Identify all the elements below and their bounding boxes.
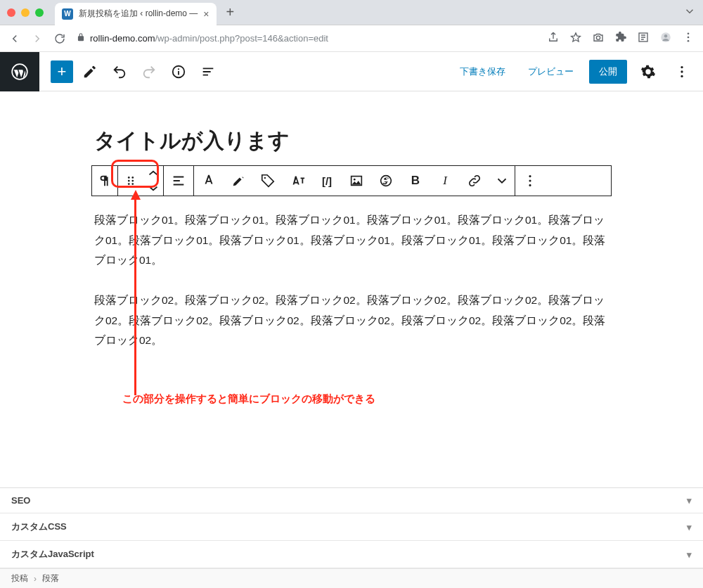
address-bar: rollin-demo.com/wp-admin/post.php?post=1… bbox=[0, 25, 703, 52]
strikethrough-button[interactable] bbox=[371, 166, 401, 196]
metabox-seo[interactable]: SEO ▾ bbox=[0, 488, 703, 513]
breadcrumb-separator-icon: › bbox=[34, 574, 37, 584]
annotation-arrow-line bbox=[134, 198, 136, 395]
browser-chrome: W 新規投稿を追加 ‹ rollin-demo — × + rollin-dem… bbox=[0, 0, 703, 52]
font-size-button[interactable] bbox=[283, 166, 312, 196]
svg-point-22 bbox=[381, 176, 392, 186]
tag-button[interactable] bbox=[253, 166, 283, 196]
svg-point-12 bbox=[681, 75, 683, 77]
extensions-icon[interactable] bbox=[614, 31, 627, 46]
settings-button[interactable] bbox=[636, 59, 661, 84]
breadcrumb-root[interactable]: 投稿 bbox=[11, 573, 28, 584]
undo-button[interactable] bbox=[107, 59, 132, 84]
publish-button[interactable]: 公開 bbox=[589, 60, 627, 84]
tab-add-button[interactable]: + bbox=[226, 4, 235, 20]
metabox-custom-css-label: カスタムCSS bbox=[11, 520, 67, 533]
svg-point-16 bbox=[131, 180, 134, 182]
svg-point-23 bbox=[529, 175, 531, 177]
svg-point-21 bbox=[354, 179, 356, 181]
block-inserter-button[interactable]: + bbox=[51, 60, 73, 83]
save-draft-button[interactable]: 下書き保存 bbox=[453, 61, 512, 82]
paragraph-block-icon[interactable] bbox=[92, 166, 117, 196]
text-color-button[interactable] bbox=[194, 166, 224, 196]
shortcode-button[interactable]: [/] bbox=[312, 166, 342, 196]
preview-button[interactable]: プレビュー bbox=[521, 61, 581, 82]
window-zoom-button[interactable] bbox=[35, 8, 44, 17]
wordpress-logo-button[interactable] bbox=[0, 52, 39, 91]
block-toolbar: [/] B I bbox=[91, 165, 612, 196]
svg-point-10 bbox=[681, 65, 683, 68]
url-host: rollin-demo.com bbox=[90, 33, 155, 44]
browser-tab-active[interactable]: W 新規投稿を追加 ‹ rollin-demo — × bbox=[55, 3, 217, 25]
options-menu-button[interactable] bbox=[669, 59, 695, 84]
url-field[interactable]: rollin-demo.com/wp-admin/post.php?post=1… bbox=[76, 32, 537, 44]
link-button[interactable] bbox=[460, 166, 489, 196]
share-icon[interactable] bbox=[547, 31, 560, 46]
svg-point-18 bbox=[131, 183, 134, 185]
tab-title: 新規投稿を追加 ‹ rollin-demo — bbox=[79, 8, 198, 20]
breadcrumb-current[interactable]: 段落 bbox=[42, 573, 59, 584]
info-button[interactable] bbox=[166, 59, 191, 84]
nav-reload-button[interactable] bbox=[53, 32, 66, 45]
chevron-down-icon: ▾ bbox=[687, 549, 692, 560]
svg-point-14 bbox=[131, 177, 134, 179]
svg-point-17 bbox=[128, 183, 130, 185]
svg-point-6 bbox=[688, 40, 690, 42]
paragraph-block-1[interactable]: 段落ブロック01。段落ブロック01。段落ブロック01。段落ブロック01。段落ブロ… bbox=[91, 210, 612, 271]
editor-toolbar: + 下書き保存 プレビュー 公開 bbox=[0, 52, 703, 91]
editor-canvas[interactable]: タイトルが入ります bbox=[0, 91, 703, 487]
window-controls bbox=[7, 8, 44, 17]
align-button[interactable] bbox=[164, 166, 193, 196]
move-up-down-buttons[interactable] bbox=[143, 166, 163, 196]
svg-point-25 bbox=[529, 184, 531, 186]
window-close-button[interactable] bbox=[7, 8, 15, 17]
image-button[interactable] bbox=[342, 166, 371, 196]
tab-close-icon[interactable]: × bbox=[203, 8, 209, 20]
lock-icon bbox=[76, 32, 86, 44]
camera-icon[interactable] bbox=[592, 31, 605, 46]
block-options-button[interactable] bbox=[515, 166, 545, 196]
svg-point-19 bbox=[264, 177, 266, 179]
paragraph-block-2[interactable]: 段落ブロック02。段落ブロック02。段落ブロック02。段落ブロック02。段落ブロ… bbox=[91, 290, 612, 351]
svg-point-0 bbox=[596, 36, 600, 39]
url-path: /wp-admin/post.php?post=146&action=edit bbox=[155, 33, 328, 44]
chrome-menu-icon[interactable] bbox=[682, 31, 695, 46]
profile-icon[interactable] bbox=[659, 31, 672, 46]
svg-point-4 bbox=[688, 32, 690, 34]
chevron-down-icon: ▾ bbox=[687, 522, 692, 532]
svg-point-11 bbox=[681, 70, 683, 72]
redo-button[interactable] bbox=[136, 59, 162, 84]
more-rich-text-button[interactable] bbox=[489, 166, 515, 196]
favicon-icon: W bbox=[62, 8, 73, 20]
chevron-down-icon: ▾ bbox=[687, 495, 692, 506]
metabox-seo-label: SEO bbox=[11, 495, 30, 506]
editor: + 下書き保存 プレビュー 公開 bbox=[0, 52, 703, 588]
highlight-color-button[interactable] bbox=[224, 166, 253, 196]
block-breadcrumb: 投稿 › 段落 bbox=[0, 568, 703, 588]
svg-point-5 bbox=[688, 37, 690, 39]
metabox-custom-css[interactable]: カスタムCSS ▾ bbox=[0, 513, 703, 541]
bold-button[interactable]: B bbox=[401, 166, 430, 196]
window-minimize-button[interactable] bbox=[21, 8, 30, 17]
chrome-actions bbox=[547, 31, 695, 46]
bookmark-icon[interactable] bbox=[569, 31, 582, 46]
reading-list-icon[interactable] bbox=[637, 31, 650, 46]
annotation-text: この部分を操作すると簡単にブロックの移動ができる bbox=[122, 392, 375, 406]
italic-button[interactable]: I bbox=[430, 166, 460, 196]
nav-back-button[interactable] bbox=[8, 32, 21, 45]
list-view-button[interactable] bbox=[195, 59, 221, 84]
svg-point-15 bbox=[128, 180, 130, 182]
tab-strip: W 新規投稿を追加 ‹ rollin-demo — × + bbox=[0, 0, 703, 25]
post-title-input[interactable]: タイトルが入ります bbox=[91, 127, 612, 155]
svg-point-24 bbox=[529, 179, 531, 181]
svg-point-9 bbox=[178, 68, 179, 70]
metaboxes: SEO ▾ カスタムCSS ▾ カスタムJavaScript ▾ bbox=[0, 487, 703, 568]
svg-point-3 bbox=[664, 34, 668, 38]
nav-forward-button[interactable] bbox=[31, 32, 44, 45]
svg-point-13 bbox=[128, 177, 130, 179]
edit-mode-button[interactable] bbox=[77, 59, 103, 84]
metabox-custom-js-label: カスタムJavaScript bbox=[11, 548, 94, 561]
metabox-custom-js[interactable]: カスタムJavaScript ▾ bbox=[0, 541, 703, 568]
tabs-dropdown-icon[interactable] bbox=[683, 5, 696, 20]
